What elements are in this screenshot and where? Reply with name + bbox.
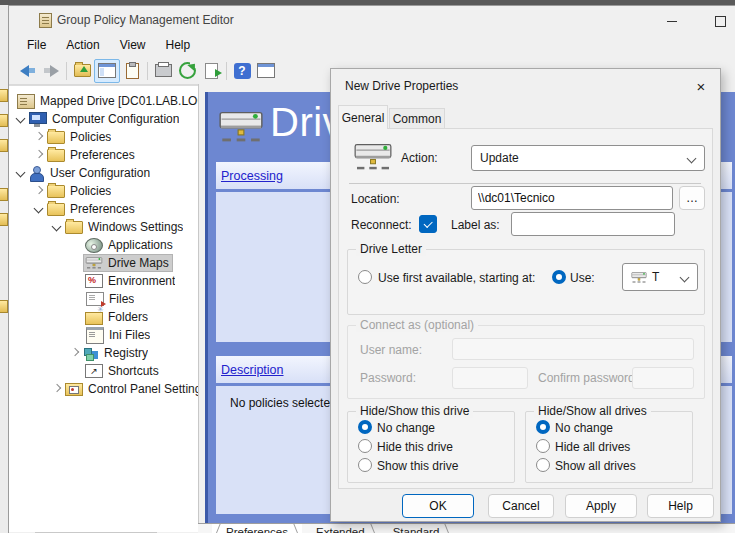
show-console-tree-button[interactable] [94,59,120,83]
tree-item-computer-configuration[interactable]: Computer Configuration [9,110,199,128]
expanded-chevron-icon[interactable] [13,165,29,181]
tree-item-user-configuration[interactable]: User Configuration [9,164,199,182]
all-no-change-radio[interactable] [536,420,550,434]
tab-general[interactable]: General [338,105,388,129]
show-all-drives-label: Show all drives [555,459,636,473]
show-all-drives-radio[interactable] [536,458,550,472]
tree-item-control-panel-settings[interactable]: Control Panel Setting [9,380,199,398]
tree-item-policies[interactable]: Policies [9,128,199,146]
tab-common[interactable]: Common [389,108,445,129]
tree-item-user-policies[interactable]: Policies [9,182,199,200]
menu-view[interactable]: View [110,35,156,55]
processing-link[interactable]: Processing [221,169,283,183]
menu-file[interactable]: File [17,35,56,55]
label-as-input[interactable] [511,212,675,236]
console-tree-icon [98,63,116,78]
this-no-change-label: No change [377,421,435,435]
help-button[interactable]: ? [230,60,254,82]
general-tab-page: Action: Update Location: … Reconnect: La… [338,128,713,489]
cancel-button[interactable]: Cancel [488,494,554,518]
collapsed-chevron-icon[interactable] [67,345,83,361]
use-first-available-label: Use first available, starting at: [378,271,535,285]
use-label: Use: [570,271,595,285]
label-as-label: Label as: [451,218,500,232]
menu-help[interactable]: Help [156,35,201,55]
expanded-chevron-icon[interactable] [31,201,47,217]
reconnect-checkbox[interactable] [419,215,437,233]
separator [349,183,701,184]
new-window-button[interactable] [254,60,278,82]
tree-item-folders[interactable]: Folders [9,308,199,326]
hide-all-drives-radio[interactable] [536,439,550,453]
location-input[interactable] [471,186,673,210]
selected-highlight: Drive Maps [84,255,172,271]
forward-button[interactable] [39,60,63,82]
titlebar[interactable]: Group Policy Management Editor [9,6,735,33]
back-button[interactable] [15,60,39,82]
tree-item-registry[interactable]: Registry [9,344,199,362]
tree-item-applications[interactable]: Applications [9,236,199,254]
tab-extended[interactable]: Extended [302,524,379,533]
ellipsis-icon: … [686,191,698,205]
collapsed-chevron-icon[interactable] [31,147,47,163]
up-arrow-icon [80,66,88,72]
up-one-level-icon [74,64,91,77]
expanded-chevron-icon[interactable] [13,111,29,127]
use-first-available-radio[interactable] [358,270,372,284]
collapsed-chevron-icon[interactable] [49,381,65,397]
user-name-input [452,338,694,360]
action-dropdown[interactable]: Update [471,145,705,171]
tree-item-shortcuts[interactable]: ↗Shortcuts [9,362,199,380]
tree-item-files[interactable]: Files [9,290,199,308]
tree-item-environment[interactable]: Environment [9,272,199,290]
ok-button[interactable]: OK [402,494,474,518]
drive-letter-dropdown[interactable]: T [622,263,698,291]
browse-button[interactable]: … [679,186,705,210]
background-folder-icon [0,213,8,226]
use-radio[interactable] [552,270,566,284]
drive-letter-title: Drive Letter [356,242,426,256]
dialog-title: New Drive Properties [345,79,458,93]
expanded-chevron-icon[interactable] [49,219,65,235]
refresh-button[interactable] [175,60,199,82]
toolbar-separator [66,62,67,80]
gpo-scroll-icon [39,13,52,28]
drive-properties-icon [353,141,393,173]
collapsed-chevron-icon[interactable] [31,183,47,199]
connect-as-title: Connect as (optional) [356,318,478,332]
background-folder-icon [0,300,8,313]
tree-item-ini-files[interactable]: Ini Files [9,326,199,344]
export-list-button[interactable] [199,60,223,82]
collapsed-chevron-icon[interactable] [31,129,47,145]
up-one-level-button[interactable] [70,60,94,82]
this-no-change-radio[interactable] [358,420,372,434]
drive-letter-group: Drive Letter Use first available, starti… [347,249,705,315]
tab-standard[interactable]: Standard [379,524,454,533]
tree-item-root[interactable]: Mapped Drive [DC01.LAB.LOCA [9,92,199,110]
all-no-change-label: No change [555,421,613,435]
apply-button[interactable]: Apply [565,494,637,518]
paste-button[interactable] [120,60,144,82]
help-button[interactable]: Help [647,494,714,518]
menu-action[interactable]: Action [56,35,109,55]
tree-item-user-preferences[interactable]: Preferences [9,200,199,218]
tree-item-drive-maps[interactable]: Drive Maps [9,254,199,272]
maximize-button[interactable] [709,14,731,28]
show-this-drive-radio[interactable] [358,458,372,472]
control-panel-icon [65,383,83,396]
forward-icon [50,65,59,77]
toolbar-separator [147,62,148,80]
dialog-close-button[interactable]: × [689,75,713,97]
drive-letter-value: T [652,270,659,284]
description-link[interactable]: Description [221,363,284,377]
minimize-icon [667,21,677,22]
confirm-password-label: Confirm password: [538,371,638,385]
tab-preferences[interactable]: Preferences [212,524,302,533]
hide-this-drive-radio[interactable] [358,439,372,453]
print-button[interactable] [151,60,175,82]
minimize-button[interactable] [661,14,683,28]
tree-item-preferences[interactable]: Preferences [9,146,199,164]
tab-slant [212,524,220,533]
tree-item-windows-settings[interactable]: Windows Settings [9,218,199,236]
maximize-icon [715,16,726,27]
